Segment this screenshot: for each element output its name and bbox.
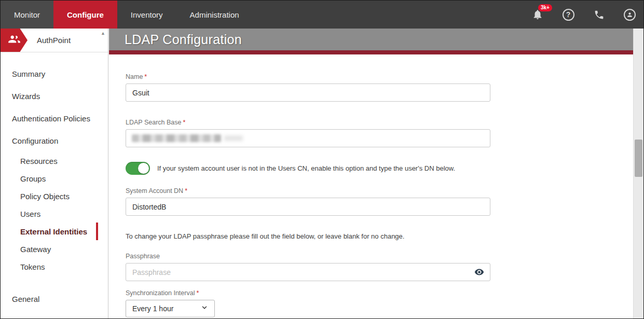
passphrase-input[interactable] — [126, 263, 490, 281]
passphrase-label-text: Passphrase — [126, 253, 160, 260]
sidebar-item-general[interactable]: General — [1, 288, 108, 310]
sidebar-item-groups[interactable]: Groups — [1, 170, 108, 187]
app-window: Monitor Configure Inventory Administrati… — [0, 0, 644, 319]
authpoint-logo — [1, 29, 28, 52]
brand-name: AuthPoint — [37, 36, 71, 45]
search-base-label: LDAP Search Base* — [126, 119, 633, 126]
search-base-label-text: LDAP Search Base — [126, 119, 181, 126]
sidebar-item-configuration[interactable]: Configuration — [1, 130, 108, 152]
toggle-description: If your system account user is not in th… — [157, 164, 455, 172]
nav-item-inventory[interactable]: Inventory — [117, 1, 176, 29]
passphrase-note: To change your LDAP passphrase please fi… — [126, 232, 633, 240]
notifications-button[interactable]: 3k+ — [531, 8, 544, 21]
eye-icon — [474, 270, 484, 279]
passphrase-field-block: Passphrase — [126, 253, 633, 281]
notification-badge: 3k+ — [538, 4, 552, 11]
system-account-dn-label: System Account DN* — [126, 187, 633, 195]
phone-icon — [594, 9, 605, 20]
sidebar-item-summary[interactable]: Summary — [1, 63, 108, 85]
people-icon — [7, 33, 21, 48]
page-header: LDAP Configuration — [109, 29, 633, 50]
required-marker: * — [144, 73, 147, 80]
system-account-toggle[interactable] — [126, 162, 150, 175]
name-label-text: Name — [126, 73, 143, 80]
show-passphrase-button[interactable] — [474, 267, 484, 279]
help-icon: ? — [563, 9, 574, 21]
page-title: LDAP Configuration — [125, 32, 242, 47]
header-accent-strip — [109, 50, 633, 54]
name-label: Name* — [126, 73, 633, 80]
passphrase-label: Passphrase — [126, 253, 633, 260]
sidebar-item-authentication-policies[interactable]: Authentication Policies — [1, 107, 108, 130]
sync-interval-field-block: Synchronization Interval* Every 1 hour — [126, 289, 633, 317]
sidebar-nav: Summary Wizards Authentication Policies … — [1, 52, 108, 310]
sidebar-item-policy-objects[interactable]: Policy Objects — [1, 187, 108, 205]
scrollbar-thumb[interactable] — [635, 140, 642, 177]
sidebar-item-wizards[interactable]: Wizards — [1, 85, 108, 107]
chevron-down-icon — [201, 304, 208, 313]
ldap-form: Name* LDAP Search Base* If your syst — [109, 54, 633, 317]
system-account-dn-input[interactable] — [126, 198, 490, 216]
account-icon — [624, 9, 636, 21]
system-account-dn-label-text: System Account DN — [126, 187, 183, 195]
nav-item-monitor[interactable]: Monitor — [1, 1, 53, 29]
sync-interval-label-text: Synchronization Interval — [126, 289, 195, 297]
sidebar-item-external-identities[interactable]: External Identities — [1, 223, 108, 240]
search-base-input[interactable] — [126, 129, 490, 147]
sidebar-item-users[interactable]: Users — [1, 205, 108, 223]
scroll-up-icon[interactable]: ▲ — [101, 31, 105, 36]
required-marker: * — [196, 289, 199, 297]
account-button[interactable] — [623, 8, 636, 21]
main-content: LDAP Configuration Name* LDAP Search Bas… — [109, 29, 633, 318]
toggle-knob — [138, 163, 149, 174]
system-account-toggle-row: If your system account user is not in th… — [126, 162, 633, 175]
sidebar-item-tokens[interactable]: Tokens — [1, 258, 108, 275]
nav-item-configure[interactable]: Configure — [53, 1, 117, 29]
help-button[interactable]: ? — [561, 8, 575, 21]
search-base-field-block: LDAP Search Base* — [126, 119, 633, 147]
sync-interval-label: Synchronization Interval* — [126, 289, 633, 297]
required-marker: * — [185, 187, 187, 195]
contact-button[interactable] — [592, 8, 606, 21]
vertical-scrollbar[interactable] — [633, 29, 643, 318]
sidebar-brand: AuthPoint ▲ — [1, 29, 108, 52]
sync-interval-value: Every 1 hour — [132, 304, 173, 313]
sidebar-item-gateway[interactable]: Gateway — [1, 240, 108, 258]
required-marker: * — [183, 119, 185, 126]
name-field-block: Name* — [126, 73, 633, 102]
nav-icon-group: 3k+ ? — [531, 1, 636, 29]
name-input[interactable] — [126, 84, 490, 102]
sidebar-item-resources[interactable]: Resources — [1, 152, 108, 170]
top-nav: Monitor Configure Inventory Administrati… — [1, 1, 643, 29]
sync-interval-select[interactable]: Every 1 hour — [126, 300, 215, 317]
system-account-dn-field-block: System Account DN* — [126, 187, 633, 216]
nav-item-administration[interactable]: Administration — [176, 1, 253, 29]
sidebar: AuthPoint ▲ Summary Wizards Authenticati… — [1, 29, 108, 318]
